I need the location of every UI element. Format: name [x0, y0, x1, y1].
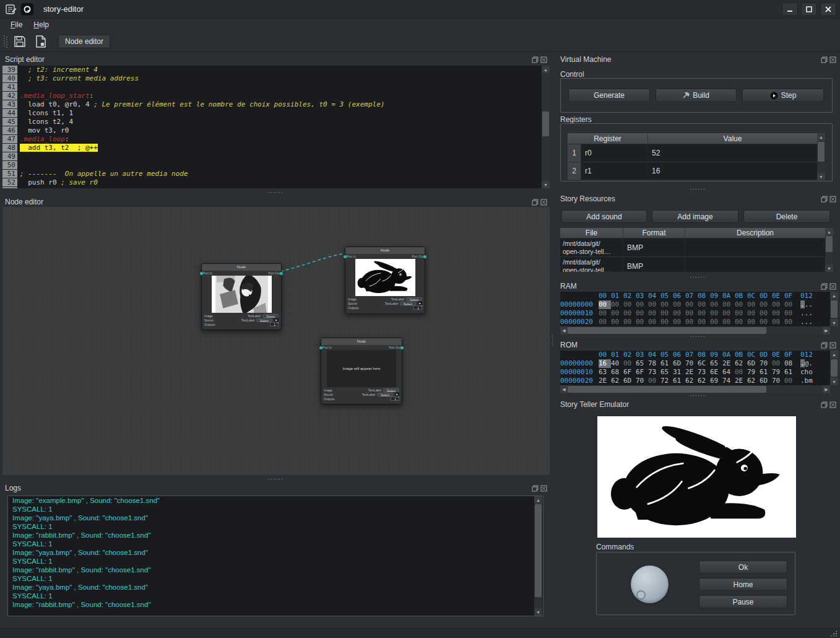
pause-button[interactable]: Pause	[699, 595, 787, 608]
hex-byte[interactable]: 62	[735, 359, 747, 368]
hex-byte[interactable]: 00	[673, 300, 685, 309]
hex-byte[interactable]: 00	[784, 318, 797, 326]
hex-byte[interactable]: 63	[599, 368, 611, 377]
hex-byte[interactable]: 68	[611, 368, 623, 377]
hex-byte[interactable]: 00	[784, 309, 797, 318]
hex-byte[interactable]: 61	[784, 368, 797, 377]
ram-vscrollbar[interactable]: ▲ ▼	[830, 292, 838, 326]
hex-byte[interactable]: 00	[747, 318, 760, 326]
add-image-button[interactable]: Add image	[652, 210, 738, 223]
hex-byte[interactable]: 65	[660, 368, 673, 377]
hex-byte[interactable]: 70	[636, 377, 648, 385]
save-icon[interactable]	[11, 33, 28, 50]
hex-byte[interactable]: 00	[673, 318, 685, 326]
float-panel-icon[interactable]	[821, 196, 828, 203]
hex-byte[interactable]: 00	[735, 318, 747, 326]
hex-byte[interactable]: 61	[760, 368, 772, 377]
add-sound-button[interactable]: Add sound	[561, 210, 647, 223]
close-panel-icon[interactable]	[540, 485, 547, 492]
float-panel-icon[interactable]	[532, 56, 539, 63]
value-column-header[interactable]: Value	[648, 133, 817, 144]
hex-byte[interactable]: 00	[747, 300, 760, 309]
resource-row[interactable]: /mnt/data/git/open-story-tell…BMP	[560, 257, 825, 272]
close-button[interactable]	[820, 2, 836, 16]
hex-byte[interactable]: 69	[710, 377, 722, 385]
hex-byte[interactable]: 74	[722, 377, 735, 385]
hex-byte[interactable]: 00	[760, 318, 772, 326]
hex-byte[interactable]: 6D	[760, 377, 772, 385]
splitter-handle[interactable]: ······	[555, 187, 840, 192]
media-node-rabbit[interactable]: Node Port In Port Out ImageTextLabelSele…	[345, 247, 425, 314]
hex-byte[interactable]: 00	[623, 300, 636, 309]
float-panel-icon[interactable]	[821, 56, 828, 63]
hex-byte[interactable]: 00	[710, 318, 722, 326]
close-panel-icon[interactable]	[829, 283, 836, 290]
format-column-header[interactable]: Format	[623, 228, 685, 238]
hex-byte[interactable]: 00	[698, 300, 710, 309]
hex-byte[interactable]: 00	[599, 309, 611, 318]
hex-byte[interactable]: 00	[722, 300, 735, 309]
hex-byte[interactable]: 00	[772, 309, 784, 318]
node-editor-toolbutton[interactable]: Node editor	[58, 35, 110, 48]
hex-byte[interactable]: 6D	[623, 377, 636, 385]
hex-byte[interactable]: 62	[611, 377, 623, 385]
outputs-spinbox[interactable]: 1	[414, 305, 422, 310]
outputs-spinbox[interactable]: 1	[270, 322, 279, 326]
splitter-handle[interactable]: ······	[0, 477, 551, 482]
register-row[interactable]: 2r116	[568, 162, 817, 180]
hex-byte[interactable]: 6F	[636, 368, 648, 377]
float-panel-icon[interactable]	[821, 342, 828, 349]
hex-byte[interactable]: 00	[772, 318, 784, 326]
close-panel-icon[interactable]	[829, 342, 836, 349]
close-panel-icon[interactable]	[540, 199, 547, 206]
float-panel-icon[interactable]	[821, 283, 828, 290]
hex-byte[interactable]: 79	[772, 368, 784, 377]
hex-byte[interactable]: 00	[735, 309, 747, 318]
hex-byte[interactable]: 00	[648, 309, 660, 318]
hex-byte[interactable]: 6D	[673, 359, 685, 368]
node-canvas[interactable]: Node Port In Port Out ImageTextLabelSele…	[2, 207, 550, 475]
hex-byte[interactable]: 00	[636, 300, 648, 309]
select-sound-button[interactable]: Select	[400, 302, 416, 305]
select-sound-button[interactable]: Select	[377, 393, 393, 396]
hex-byte[interactable]: 00	[611, 300, 623, 309]
menu-help[interactable]: Help	[28, 19, 54, 30]
close-panel-icon[interactable]	[829, 401, 836, 408]
hex-byte[interactable]: 61	[660, 359, 673, 368]
rom-hex-view[interactable]: 000102030405060708090A0B0C0D0E0F01200000…	[560, 351, 830, 385]
export-binary-icon[interactable]	[32, 33, 50, 50]
hex-byte[interactable]: 70	[685, 359, 698, 368]
hex-byte[interactable]: 2E	[599, 377, 611, 385]
hex-byte[interactable]: 00	[772, 300, 784, 309]
hex-byte[interactable]: 00	[685, 318, 698, 326]
step-button[interactable]: Step	[742, 89, 824, 102]
media-node-yaya[interactable]: Node Port In Port Out ImageTextLabelSele…	[201, 263, 282, 330]
float-panel-icon[interactable]	[532, 485, 539, 492]
hex-byte[interactable]: 00	[660, 300, 673, 309]
hex-byte[interactable]: 6E	[710, 368, 722, 377]
hex-byte[interactable]: 00	[722, 318, 735, 326]
size-grip[interactable]	[830, 630, 838, 636]
hex-byte[interactable]: 62	[685, 377, 698, 385]
ok-button[interactable]: Ok	[699, 561, 787, 574]
select-sound-button[interactable]: Select	[256, 318, 272, 322]
rom-vscrollbar[interactable]: ▲ ▼	[830, 351, 838, 385]
code-editor[interactable]: 39 ; t2: increment 440 ; t3: current med…	[2, 66, 550, 188]
column-splitter[interactable]: ······	[551, 52, 555, 628]
hex-byte[interactable]: 00	[623, 318, 636, 326]
register-row[interactable]: 1r052	[568, 144, 817, 162]
hex-byte[interactable]: 00	[772, 359, 784, 368]
maximize-button[interactable]	[801, 2, 817, 16]
hex-byte[interactable]: 65	[710, 359, 722, 368]
hex-byte[interactable]: 00	[673, 309, 685, 318]
hex-byte[interactable]: 73	[648, 368, 660, 377]
select-image-button[interactable]: Select	[406, 297, 422, 301]
hex-byte[interactable]: 2E	[685, 368, 698, 377]
hex-byte[interactable]: 00	[698, 309, 710, 318]
port-in-dot[interactable]	[200, 272, 203, 275]
splitter-handle[interactable]: ······	[0, 190, 551, 195]
hex-byte[interactable]: 70	[760, 359, 772, 368]
hex-byte[interactable]: 00	[735, 300, 747, 309]
hex-byte[interactable]: 00	[685, 309, 698, 318]
select-image-button[interactable]: Select	[262, 314, 279, 318]
